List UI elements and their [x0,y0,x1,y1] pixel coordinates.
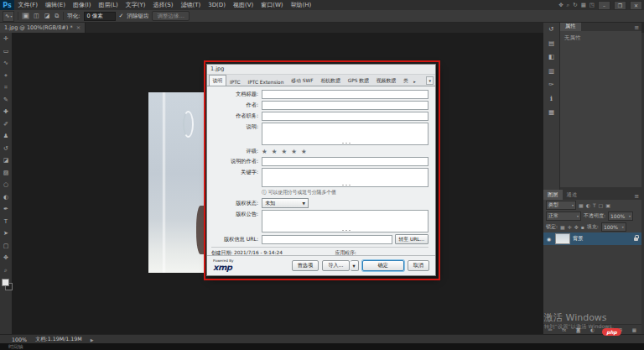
zoom-view-icon[interactable]: ⌕ [567,2,570,8]
eraser-tool[interactable]: ◪ [0,154,12,167]
add-selection-mode-icon[interactable]: ◫ [33,13,40,19]
status-arrow-icon[interactable]: ▶ [91,337,94,342]
close-button[interactable]: ✕ [630,1,642,10]
blend-mode-select[interactable]: 正常 ▾ [546,212,581,221]
hand-view-icon[interactable]: ✥ [558,2,563,8]
minimize-button[interactable]: – [598,1,610,10]
lock-transparency-icon[interactable]: ▦ [560,224,565,230]
tab-iptc-extension[interactable]: IPTC Extension [244,77,288,86]
menu-filter[interactable]: 滤镜(T) [177,0,205,10]
star-icon[interactable]: ★ [272,148,282,155]
tab-mobile-swf[interactable]: 移动 SWF [288,75,317,86]
pen-tool[interactable]: ✒ [0,203,12,216]
antialias-checkbox[interactable]: ✓ [119,13,124,19]
fill-select[interactable]: 100% ▾ [601,222,626,232]
shape-tool[interactable]: ▢ [0,240,12,253]
lock-pixels-icon[interactable]: ✛ [568,224,572,230]
menu-select[interactable]: 选择(S) [149,0,177,10]
description-textarea[interactable] [262,123,428,145]
layer-row-background[interactable]: ◉ 背景 [543,232,641,245]
tab-camera-data[interactable]: 相机数据 [317,75,344,86]
tab-scroll-right-icon[interactable]: ▸ [412,79,418,86]
tab-overflow-menu-icon[interactable]: ▾ [426,76,434,85]
menu-image[interactable]: 图像(I) [69,0,95,10]
rotate-view-icon[interactable]: ↻ [573,2,577,8]
author-input[interactable] [262,101,428,110]
filter-adjustment-layers-icon[interactable]: ◐ [586,202,590,208]
history-panel-icon[interactable]: ↺ [548,25,553,33]
lock-position-icon[interactable]: ✥ [574,224,579,230]
menu-type[interactable]: 文字(Y) [122,0,149,10]
blur-tool[interactable]: ○ [0,179,12,191]
copyright-status-select[interactable]: 未知 ▼ [262,198,309,208]
clone-stamp-tool[interactable]: ♟ [0,130,12,143]
tab-layers[interactable]: 图层 [543,190,563,200]
styles-panel-icon[interactable]: ▤ [548,39,554,47]
author-title-input[interactable] [262,112,428,121]
info-panel-icon[interactable]: ℹ [550,95,553,102]
filter-smart-objects-icon[interactable]: ▣ [605,202,610,208]
panel-menu-icon[interactable]: ≡ [631,193,641,200]
rating-stars[interactable]: ★★★★★ [262,148,311,155]
gradient-tool[interactable]: ▨ [0,167,12,180]
menu-layer[interactable]: 图层(L) [95,0,122,10]
channels-panel-icon[interactable]: ▥ [548,67,554,75]
lasso-tool[interactable]: ∿ [0,57,12,70]
color-swatches[interactable] [0,278,12,290]
opacity-select[interactable]: 100% ▾ [608,212,633,221]
ok-button[interactable]: 确定 [362,260,404,271]
tab-timeline[interactable]: 时间轴 [0,343,23,350]
panel-menu-icon[interactable]: ≡ [631,24,641,31]
healing-brush-tool[interactable]: ✚ [0,106,12,118]
type-tool[interactable]: T [0,216,12,228]
dodge-tool[interactable]: ◐ [0,191,12,204]
close-tab-icon[interactable]: × [76,24,80,31]
tab-channels[interactable]: 通道 [563,190,582,200]
resize-grip-icon[interactable] [345,143,347,144]
subtract-selection-mode-icon[interactable]: ◪ [44,13,51,19]
star-icon[interactable]: ★ [291,148,301,155]
adjustments-panel-icon[interactable]: ◧ [548,53,554,60]
cancel-button[interactable]: 取消 [408,260,429,271]
menu-edit[interactable]: 编辑(E) [42,0,70,10]
path-selection-tool[interactable]: ➤ [0,227,12,240]
history-brush-tool[interactable]: ↺ [0,143,12,155]
star-icon[interactable]: ★ [301,148,311,155]
star-icon[interactable]: ★ [262,148,272,155]
move-tool[interactable]: ✛ [0,33,12,45]
copyright-url-input[interactable] [262,235,392,244]
brush-tool[interactable]: ✐ [0,118,12,131]
menu-window[interactable]: 窗口(W) [257,0,287,10]
description-writer-input[interactable] [262,157,428,166]
feather-input[interactable]: 0 像素 [84,12,116,21]
arrange-documents-icon[interactable]: ▦ [581,2,586,8]
zoom-tool[interactable]: ⌕ [0,264,12,277]
menu-help[interactable]: 帮助(H) [287,0,315,10]
import-dropdown-icon[interactable]: ▾ [351,260,359,271]
tab-gps-data[interactable]: GPS 数据 [344,75,372,86]
resize-grip-icon[interactable] [345,185,347,186]
filter-type-layers-icon[interactable]: T [593,202,596,208]
quick-selection-tool[interactable]: ⌖ [0,70,12,82]
document-title-input[interactable] [262,90,428,99]
filter-pixel-layers-icon[interactable]: ▦ [579,202,584,208]
hand-tool[interactable]: ✥ [0,252,12,264]
current-tool-preset[interactable]: ∿ ▾ [3,11,14,22]
zoom-level[interactable]: 100% [12,337,27,342]
color-panel-icon[interactable]: ▦ [548,108,554,116]
lock-all-icon[interactable]: ▪ [581,224,584,230]
menu-3d[interactable]: 3D(D) [205,0,230,10]
new-selection-mode-icon[interactable]: ▣ [22,13,29,19]
restore-button[interactable]: ❐ [614,1,626,10]
intersect-selection-mode-icon[interactable]: ⧉ [54,13,60,19]
paths-panel-icon[interactable]: ✑ [548,81,553,88]
keywords-textarea[interactable] [262,168,428,187]
resize-grip-icon[interactable] [345,230,347,232]
eyedropper-tool[interactable]: ✎ [0,94,12,107]
delete-layer-icon[interactable]: ▦ [632,327,636,332]
document-tab[interactable]: 1.jpg @ 100%(RGB/8#) * × [0,22,86,33]
layer-visibility-eye-icon[interactable]: ◉ [547,236,553,242]
tab-categories-partial[interactable]: 类 [400,75,413,86]
preferences-button[interactable]: 首选项 [292,260,319,271]
go-to-url-button[interactable]: 转至 URL... [395,234,428,244]
